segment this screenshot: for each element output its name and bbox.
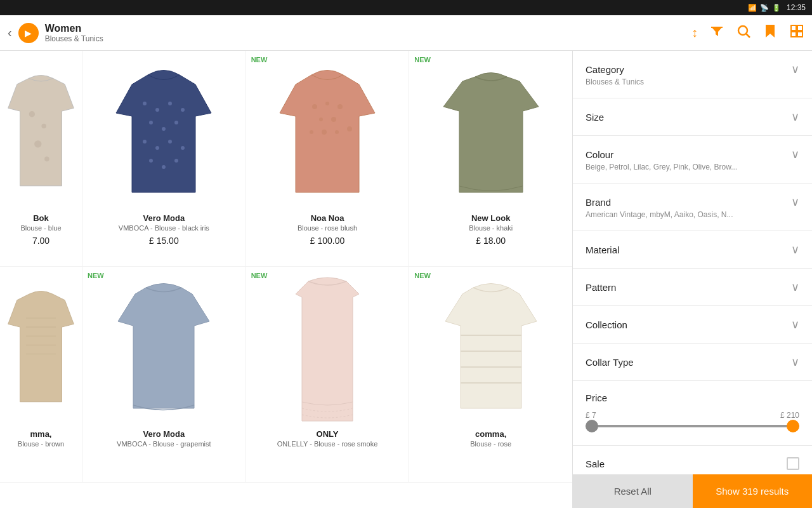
svg-marker-3 <box>766 25 775 37</box>
filter-section-collection: Collection ∨ <box>573 306 812 344</box>
svg-point-21 <box>168 140 172 144</box>
filter-size-header[interactable]: Size ∨ <box>573 98 812 135</box>
list-item[interactable]: Vero Moda VMBOCA - Blouse - black iris £… <box>82 51 246 267</box>
time-display: 12:35 <box>787 3 806 12</box>
filter-material-header[interactable]: Material ∨ <box>573 231 812 268</box>
product-brand: New Look <box>414 213 567 223</box>
filter-colour-header[interactable]: Colour ∨ Beige, Petrol, Lilac, Grey, Pin… <box>573 136 812 183</box>
price-slider-min-thumb[interactable] <box>586 420 598 432</box>
app-logo: ▶ <box>18 23 39 43</box>
svg-point-19 <box>143 140 147 144</box>
sale-checkbox[interactable] <box>787 457 799 470</box>
price-slider-max-thumb[interactable] <box>787 420 799 432</box>
list-item[interactable]: NEW Vero Moda VMBOCA - Blouse - grapemis… <box>82 267 246 483</box>
product-description: Blouse - brown <box>5 440 77 448</box>
filter-section-pattern: Pattern ∨ <box>573 269 812 306</box>
filter-price-label: Price <box>586 392 607 403</box>
product-image <box>5 272 77 424</box>
svg-point-11 <box>44 157 49 162</box>
layout-icon[interactable] <box>789 23 804 43</box>
list-item[interactable]: NEW <box>246 51 410 267</box>
filter-section-material: Material ∨ <box>573 231 812 269</box>
svg-point-28 <box>337 104 343 109</box>
svg-point-9 <box>41 124 46 129</box>
new-badge: NEW <box>251 272 268 279</box>
top-bar-left: ‹ ▶ Women Blouses & Tunics <box>8 23 691 43</box>
status-icons: 📶 📡 🔋 12:35 <box>748 3 806 12</box>
svg-marker-0 <box>711 27 723 36</box>
new-badge: NEW <box>251 56 268 64</box>
product-info: Vero Moda VMBOCA - Blouse - grapemist <box>88 429 240 448</box>
list-item[interactable]: mma, Blouse - brown <box>0 267 82 483</box>
list-item[interactable]: NEW ONLY ONLELLY - Blouse - rose smoke <box>246 267 410 483</box>
filter-collection-label: Collection <box>586 319 627 330</box>
show-results-button[interactable]: Show 319 results <box>693 474 813 508</box>
reset-button[interactable]: Reset All <box>573 474 693 508</box>
wifi-icon: 📶 <box>748 4 757 12</box>
filter-category-header[interactable]: Category ∨ Blouses & Tunics <box>573 51 812 98</box>
price-slider-track <box>586 425 799 427</box>
product-grid: Bok Blouse - blue 7.00 <box>0 51 572 508</box>
signal-icon: 📡 <box>760 4 769 12</box>
svg-rect-7 <box>797 32 802 37</box>
main-layout: Bok Blouse - blue 7.00 <box>0 51 812 508</box>
svg-point-18 <box>174 121 178 124</box>
back-button[interactable]: ‹ <box>8 25 12 40</box>
filter-section-price: Price £ 7 £ 210 <box>573 381 812 446</box>
chevron-down-icon: ∨ <box>791 280 799 294</box>
product-price: £ 18.00 <box>414 236 567 246</box>
svg-point-17 <box>162 127 166 131</box>
svg-point-14 <box>168 102 172 105</box>
filter-collar-header[interactable]: Collar Type ∨ <box>573 344 812 380</box>
product-image <box>414 56 567 208</box>
filter-colour-label: Colour <box>586 149 613 160</box>
filter-icon[interactable] <box>709 23 724 43</box>
product-image <box>414 272 567 424</box>
svg-point-33 <box>335 130 339 134</box>
filter-header-row: Brand ∨ <box>586 195 799 209</box>
svg-point-26 <box>312 104 317 109</box>
product-row-2: mma, Blouse - brown NEW Ver <box>0 267 572 483</box>
product-image <box>251 56 404 208</box>
svg-rect-5 <box>797 25 802 30</box>
price-min-label: £ 7 <box>586 411 596 420</box>
svg-point-24 <box>162 165 166 169</box>
svg-point-23 <box>149 159 153 163</box>
filter-brand-header[interactable]: Brand ∨ American Vintage, mbyM, Aaiko, O… <box>573 184 812 231</box>
list-item[interactable]: NEW comma, Blouse - rose <box>409 267 572 483</box>
filter-category-label: Category <box>586 64 624 75</box>
product-info: Bok Blouse - blue 7.00 <box>5 213 77 246</box>
filter-pattern-header[interactable]: Pattern ∨ <box>573 269 812 305</box>
chevron-down-icon: ∨ <box>791 147 799 161</box>
product-image <box>5 56 77 208</box>
filter-section-colour: Colour ∨ Beige, Petrol, Lilac, Grey, Pin… <box>573 136 812 184</box>
filter-size-label: Size <box>586 112 604 123</box>
chevron-down-icon: ∨ <box>791 62 799 76</box>
filter-collar-label: Collar Type <box>586 357 634 368</box>
svg-point-20 <box>155 146 159 150</box>
filter-section-size: Size ∨ <box>573 98 812 136</box>
svg-point-1 <box>738 26 747 35</box>
sort-icon[interactable]: ↕ <box>691 25 698 40</box>
filter-header-row: Colour ∨ <box>586 147 799 161</box>
svg-point-10 <box>34 140 41 147</box>
bookmark-icon[interactable] <box>763 23 778 43</box>
product-description: VMBOCA - Blouse - black iris <box>88 224 240 232</box>
chevron-down-icon: ∨ <box>791 110 799 124</box>
list-item[interactable]: NEW New Look Blouse - khaki £ 18.00 <box>409 51 572 267</box>
product-description: ONLELLY - Blouse - rose smoke <box>251 440 404 448</box>
product-price: £ 100.00 <box>251 236 404 246</box>
product-row-1: Bok Blouse - blue 7.00 <box>0 51 572 267</box>
page-title: Women <box>45 23 103 34</box>
product-image <box>88 272 240 424</box>
filter-panel: Category ∨ Blouses & Tunics Size ∨ Colou… <box>572 51 812 508</box>
svg-point-31 <box>310 130 313 134</box>
search-icon[interactable] <box>736 23 751 43</box>
svg-point-29 <box>319 117 323 121</box>
filter-sale-label: Sale <box>586 458 605 469</box>
filter-collection-header[interactable]: Collection ∨ <box>573 306 812 343</box>
new-badge: NEW <box>88 272 104 279</box>
filter-section-brand: Brand ∨ American Vintage, mbyM, Aaiko, O… <box>573 184 812 231</box>
product-description: Blouse - rose <box>414 440 567 448</box>
list-item[interactable]: Bok Blouse - blue 7.00 <box>0 51 82 267</box>
